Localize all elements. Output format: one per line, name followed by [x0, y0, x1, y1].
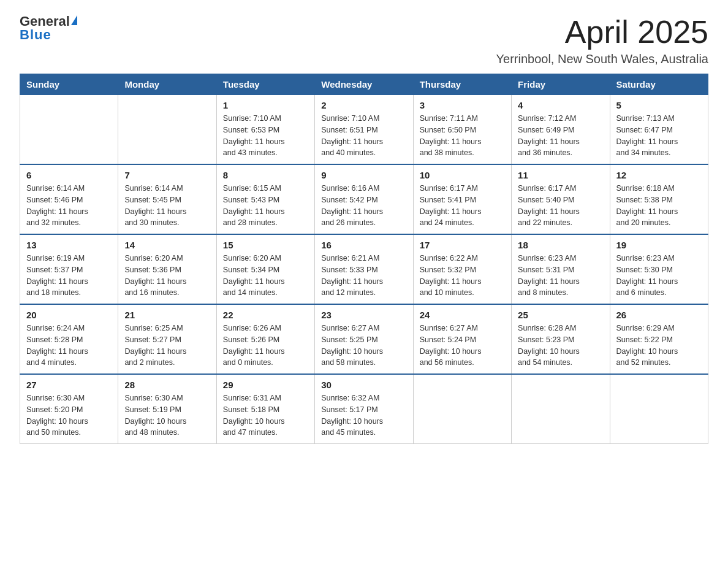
- calendar-cell: 9Sunrise: 6:16 AMSunset: 5:42 PMDaylight…: [315, 164, 413, 234]
- header-row: SundayMondayTuesdayWednesdayThursdayFrid…: [20, 74, 708, 95]
- calendar-cell: 14Sunrise: 6:20 AMSunset: 5:36 PMDayligh…: [118, 234, 216, 304]
- calendar-cell: 22Sunrise: 6:26 AMSunset: 5:26 PMDayligh…: [216, 304, 314, 374]
- day-info: Sunrise: 7:13 AMSunset: 6:47 PMDaylight:…: [616, 113, 702, 159]
- day-info: Sunrise: 6:27 AMSunset: 5:24 PMDaylight:…: [420, 323, 505, 369]
- col-header-monday: Monday: [118, 74, 216, 95]
- calendar-cell: 17Sunrise: 6:22 AMSunset: 5:32 PMDayligh…: [413, 234, 511, 304]
- day-number: 1: [223, 100, 308, 110]
- day-number: 5: [616, 100, 702, 110]
- calendar-cell: 3Sunrise: 7:11 AMSunset: 6:50 PMDaylight…: [413, 95, 511, 165]
- day-info: Sunrise: 7:12 AMSunset: 6:49 PMDaylight:…: [518, 113, 603, 159]
- day-number: 2: [321, 100, 406, 110]
- day-info: Sunrise: 6:22 AMSunset: 5:32 PMDaylight:…: [420, 253, 505, 299]
- calendar-cell: 24Sunrise: 6:27 AMSunset: 5:24 PMDayligh…: [413, 304, 511, 374]
- calendar-cell: 12Sunrise: 6:18 AMSunset: 5:38 PMDayligh…: [610, 164, 708, 234]
- calendar-cell: 21Sunrise: 6:25 AMSunset: 5:27 PMDayligh…: [118, 304, 216, 374]
- logo-triangle-icon: [71, 15, 77, 25]
- day-number: 13: [26, 240, 112, 250]
- week-row-1: 1Sunrise: 7:10 AMSunset: 6:53 PMDaylight…: [20, 95, 708, 165]
- day-info: Sunrise: 6:14 AMSunset: 5:46 PMDaylight:…: [26, 183, 112, 229]
- day-number: 28: [124, 380, 210, 390]
- day-number: 26: [616, 310, 702, 320]
- day-info: Sunrise: 7:10 AMSunset: 6:53 PMDaylight:…: [223, 113, 308, 159]
- day-info: Sunrise: 6:20 AMSunset: 5:36 PMDaylight:…: [124, 253, 210, 299]
- day-number: 3: [420, 100, 505, 110]
- day-info: Sunrise: 6:31 AMSunset: 5:18 PMDaylight:…: [223, 393, 308, 439]
- calendar-cell: 10Sunrise: 6:17 AMSunset: 5:41 PMDayligh…: [413, 164, 511, 234]
- day-number: 10: [420, 170, 505, 180]
- day-number: 7: [124, 170, 210, 180]
- calendar-cell: [118, 95, 216, 165]
- day-number: 16: [321, 240, 406, 250]
- calendar-cell: 6Sunrise: 6:14 AMSunset: 5:46 PMDaylight…: [20, 164, 118, 234]
- week-row-2: 6Sunrise: 6:14 AMSunset: 5:46 PMDaylight…: [20, 164, 708, 234]
- calendar-cell: [20, 95, 118, 165]
- calendar-table: SundayMondayTuesdayWednesdayThursdayFrid…: [20, 74, 708, 444]
- calendar-cell: 25Sunrise: 6:28 AMSunset: 5:23 PMDayligh…: [512, 304, 610, 374]
- day-info: Sunrise: 6:25 AMSunset: 5:27 PMDaylight:…: [124, 323, 210, 369]
- calendar-body: 1Sunrise: 7:10 AMSunset: 6:53 PMDaylight…: [20, 95, 708, 444]
- page-header: General Blue April 2025 Yerrinbool, New …: [20, 15, 708, 66]
- day-number: 17: [420, 240, 505, 250]
- calendar-cell: 30Sunrise: 6:32 AMSunset: 5:17 PMDayligh…: [315, 374, 413, 444]
- col-header-saturday: Saturday: [610, 74, 708, 95]
- calendar-cell: 5Sunrise: 7:13 AMSunset: 6:47 PMDaylight…: [610, 95, 708, 165]
- calendar-cell: 7Sunrise: 6:14 AMSunset: 5:45 PMDaylight…: [118, 164, 216, 234]
- day-info: Sunrise: 6:15 AMSunset: 5:43 PMDaylight:…: [223, 183, 308, 229]
- day-number: 20: [26, 310, 112, 320]
- calendar-header: SundayMondayTuesdayWednesdayThursdayFrid…: [20, 74, 708, 95]
- day-number: 8: [223, 170, 308, 180]
- calendar-cell: 16Sunrise: 6:21 AMSunset: 5:33 PMDayligh…: [315, 234, 413, 304]
- day-info: Sunrise: 6:19 AMSunset: 5:37 PMDaylight:…: [26, 253, 112, 299]
- day-number: 23: [321, 310, 406, 320]
- day-number: 15: [223, 240, 308, 250]
- day-number: 6: [26, 170, 112, 180]
- day-info: Sunrise: 6:28 AMSunset: 5:23 PMDaylight:…: [518, 323, 603, 369]
- col-header-thursday: Thursday: [413, 74, 511, 95]
- day-number: 11: [518, 170, 603, 180]
- logo-general-text: General: [20, 15, 70, 28]
- day-info: Sunrise: 6:17 AMSunset: 5:41 PMDaylight:…: [420, 183, 505, 229]
- day-number: 18: [518, 240, 603, 250]
- week-row-4: 20Sunrise: 6:24 AMSunset: 5:28 PMDayligh…: [20, 304, 708, 374]
- col-header-wednesday: Wednesday: [315, 74, 413, 95]
- calendar-cell: 28Sunrise: 6:30 AMSunset: 5:19 PMDayligh…: [118, 374, 216, 444]
- day-number: 27: [26, 380, 112, 390]
- day-info: Sunrise: 6:17 AMSunset: 5:40 PMDaylight:…: [518, 183, 603, 229]
- calendar-cell: [610, 374, 708, 444]
- day-info: Sunrise: 6:32 AMSunset: 5:17 PMDaylight:…: [321, 393, 406, 439]
- day-number: 12: [616, 170, 702, 180]
- logo: General Blue: [20, 15, 77, 43]
- day-info: Sunrise: 6:23 AMSunset: 5:31 PMDaylight:…: [518, 253, 603, 299]
- week-row-3: 13Sunrise: 6:19 AMSunset: 5:37 PMDayligh…: [20, 234, 708, 304]
- day-number: 29: [223, 380, 308, 390]
- calendar-cell: 19Sunrise: 6:23 AMSunset: 5:30 PMDayligh…: [610, 234, 708, 304]
- location-title: Yerrinbool, New South Wales, Australia: [496, 52, 708, 66]
- day-number: 30: [321, 380, 406, 390]
- day-info: Sunrise: 6:20 AMSunset: 5:34 PMDaylight:…: [223, 253, 308, 299]
- calendar-cell: 11Sunrise: 6:17 AMSunset: 5:40 PMDayligh…: [512, 164, 610, 234]
- calendar-cell: [512, 374, 610, 444]
- day-number: 4: [518, 100, 603, 110]
- day-info: Sunrise: 6:16 AMSunset: 5:42 PMDaylight:…: [321, 183, 406, 229]
- day-info: Sunrise: 6:24 AMSunset: 5:28 PMDaylight:…: [26, 323, 112, 369]
- calendar-cell: [413, 374, 511, 444]
- day-number: 9: [321, 170, 406, 180]
- calendar-cell: 4Sunrise: 7:12 AMSunset: 6:49 PMDaylight…: [512, 95, 610, 165]
- calendar-cell: 13Sunrise: 6:19 AMSunset: 5:37 PMDayligh…: [20, 234, 118, 304]
- calendar-cell: 15Sunrise: 6:20 AMSunset: 5:34 PMDayligh…: [216, 234, 314, 304]
- calendar-cell: 2Sunrise: 7:10 AMSunset: 6:51 PMDaylight…: [315, 95, 413, 165]
- calendar-cell: 8Sunrise: 6:15 AMSunset: 5:43 PMDaylight…: [216, 164, 314, 234]
- day-number: 21: [124, 310, 210, 320]
- day-number: 19: [616, 240, 702, 250]
- week-row-5: 27Sunrise: 6:30 AMSunset: 5:20 PMDayligh…: [20, 374, 708, 444]
- logo-blue-text: Blue: [20, 27, 51, 43]
- day-info: Sunrise: 7:11 AMSunset: 6:50 PMDaylight:…: [420, 113, 505, 159]
- day-info: Sunrise: 6:29 AMSunset: 5:22 PMDaylight:…: [616, 323, 702, 369]
- day-number: 22: [223, 310, 308, 320]
- day-number: 25: [518, 310, 603, 320]
- calendar-cell: 20Sunrise: 6:24 AMSunset: 5:28 PMDayligh…: [20, 304, 118, 374]
- calendar-cell: 29Sunrise: 6:31 AMSunset: 5:18 PMDayligh…: [216, 374, 314, 444]
- calendar-cell: 23Sunrise: 6:27 AMSunset: 5:25 PMDayligh…: [315, 304, 413, 374]
- day-info: Sunrise: 6:21 AMSunset: 5:33 PMDaylight:…: [321, 253, 406, 299]
